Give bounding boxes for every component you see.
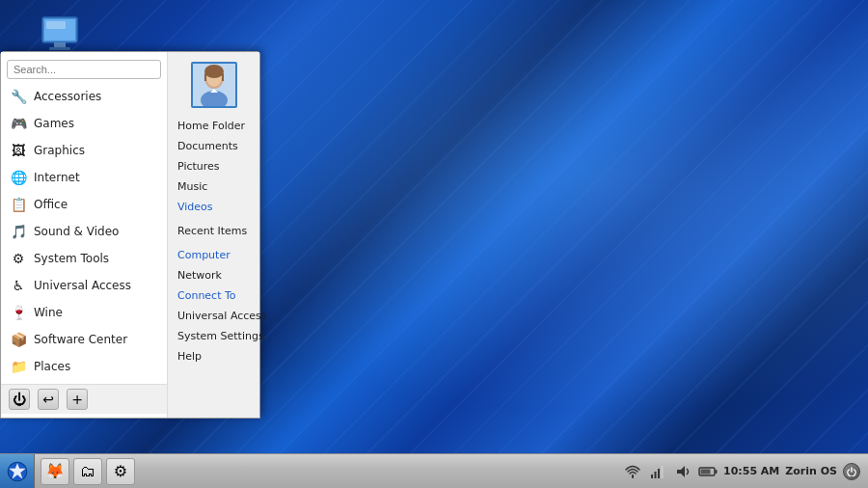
menu-search-input[interactable]: [7, 60, 161, 79]
start-menu: 🔧 Accessories 🎮 Games 🖼 Graphics 🌐 Inter…: [0, 51, 260, 419]
sound-video-icon: 🎵: [9, 222, 28, 241]
svg-rect-23: [716, 470, 718, 474]
right-item-computer[interactable]: Computer: [168, 245, 259, 265]
menu-item-system-tools[interactable]: ⚙ System Tools: [1, 245, 167, 272]
svg-rect-17: [655, 472, 657, 478]
right-item-documents[interactable]: Documents: [168, 136, 259, 156]
taskbar: 🦊 🗂 ⚙: [0, 453, 868, 488]
svg-rect-18: [658, 469, 660, 478]
taskbar-right: 10:55 AM Zorin OS: [615, 454, 868, 488]
right-item-network[interactable]: Network: [168, 265, 259, 285]
taskbar-app-files[interactable]: 🗂: [73, 458, 102, 485]
taskbar-app-firefox[interactable]: 🦊: [41, 458, 69, 485]
menu-item-office[interactable]: 📋 Office: [1, 191, 167, 218]
right-item-home-folder[interactable]: Home Folder: [168, 116, 259, 136]
right-item-recent-items[interactable]: Recent Items: [168, 221, 259, 241]
svg-point-10: [204, 65, 224, 78]
more-button[interactable]: +: [67, 389, 88, 410]
office-icon: 📋: [9, 195, 28, 214]
universal-access-icon: ♿: [9, 276, 28, 295]
tray-volume: [673, 462, 692, 481]
shutdown-button[interactable]: ⏻: [9, 389, 30, 410]
svg-marker-20: [677, 466, 685, 477]
software-center-icon: 📦: [9, 330, 28, 349]
svg-marker-14: [210, 89, 218, 93]
menu-item-universal-access[interactable]: ♿ Universal Access: [1, 272, 167, 299]
menu-bottom-bar: ⏻ ↩ +: [1, 384, 167, 414]
svg-rect-4: [46, 21, 66, 29]
menu-item-internet[interactable]: 🌐 Internet: [1, 164, 167, 191]
internet-icon: 🌐: [9, 168, 28, 187]
right-item-system-settings[interactable]: System Settings: [168, 326, 259, 346]
tray-signal: [648, 462, 667, 481]
menu-item-sound-video[interactable]: 🎵 Sound & Video: [1, 218, 167, 245]
taskbar-apps: 🦊 🗂 ⚙: [35, 454, 141, 488]
tray-wifi: [623, 462, 642, 481]
right-item-connect-to[interactable]: Connect To: [168, 285, 259, 306]
menu-item-games[interactable]: 🎮 Games: [1, 110, 167, 137]
graphics-icon: 🖼: [9, 141, 28, 160]
menu-item-graphics[interactable]: 🖼 Graphics: [1, 137, 167, 164]
menu-item-wine[interactable]: 🍷 Wine: [1, 299, 167, 326]
taskbar-left: 🦊 🗂 ⚙: [0, 454, 141, 488]
menu-item-places[interactable]: 📁 Places: [1, 353, 167, 380]
power-button[interactable]: [843, 463, 860, 480]
right-item-music[interactable]: Music: [168, 176, 259, 197]
taskbar-app-settings[interactable]: ⚙: [106, 458, 135, 485]
svg-rect-12: [222, 73, 224, 81]
svg-rect-19: [662, 466, 664, 478]
games-icon: 🎮: [9, 114, 28, 133]
menu-right-panel: Home Folder Documents Pictures Music Vid…: [168, 52, 259, 418]
svg-rect-2: [54, 42, 66, 47]
wine-icon: 🍷: [9, 303, 28, 322]
os-label: Zorin OS: [785, 465, 837, 477]
system-tools-icon: ⚙: [9, 249, 28, 268]
tray-battery: [698, 462, 718, 481]
accessories-icon: 🔧: [9, 87, 28, 106]
right-item-pictures[interactable]: Pictures: [168, 156, 259, 176]
clock: 10:55 AM: [723, 465, 779, 477]
svg-rect-22: [701, 469, 711, 474]
menu-item-software-center[interactable]: 📦 Software Center: [1, 326, 167, 353]
svg-rect-11: [204, 73, 206, 81]
user-avatar[interactable]: [191, 62, 237, 108]
logout-button[interactable]: ↩: [38, 389, 59, 410]
desktop: Computer home 🔧 Accessories 🎮 Games: [0, 0, 868, 453]
svg-point-13: [201, 91, 228, 106]
places-icon: 📁: [9, 357, 28, 376]
menu-item-accessories[interactable]: 🔧 Accessories: [1, 83, 167, 110]
svg-rect-3: [49, 47, 70, 50]
right-item-help[interactable]: Help: [168, 346, 259, 366]
right-item-videos[interactable]: Videos: [168, 197, 259, 217]
user-avatar-container: [168, 58, 259, 116]
start-button[interactable]: [0, 454, 35, 489]
menu-left-panel: 🔧 Accessories 🎮 Games 🖼 Graphics 🌐 Inter…: [1, 52, 168, 418]
svg-rect-16: [651, 474, 653, 478]
right-item-universal-access[interactable]: Universal Access: [168, 306, 259, 326]
